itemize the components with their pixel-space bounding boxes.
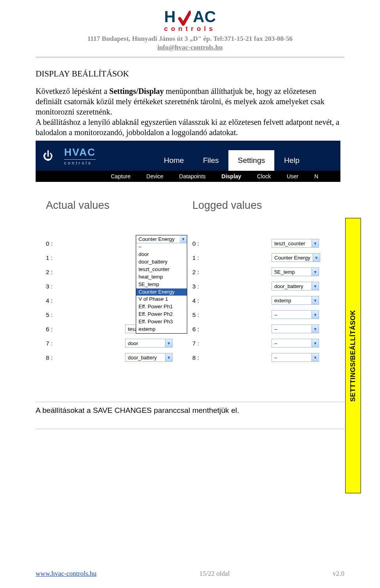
dropdown-option[interactable]: door <box>136 251 187 258</box>
actual-row: 8 :door_battery▼ <box>46 350 192 365</box>
sub-nav-item-capture[interactable]: Capture <box>111 173 131 179</box>
chevron-down-icon[interactable]: ▼ <box>180 236 187 243</box>
body-paragraph-1: Következő lépésként a Settings/Display m… <box>36 86 344 117</box>
rule-below-note <box>36 429 344 429</box>
row-label: 7 : <box>46 340 125 347</box>
chevron-down-icon[interactable]: ▼ <box>312 325 319 333</box>
power-icon[interactable]: ⏻ <box>43 150 53 162</box>
row-label: 0 : <box>46 240 125 247</box>
dropdown-option[interactable]: Eff. Power Ph1 <box>136 303 187 311</box>
row-label: 7 : <box>192 340 272 347</box>
header-logo: H AC controls <box>36 8 344 33</box>
logged-row: 6 :–▼ <box>192 322 339 336</box>
footer-page: 15/22 oldal <box>200 570 230 578</box>
logo-checkmark-icon <box>178 11 191 27</box>
chevron-down-icon[interactable]: ▼ <box>165 353 172 361</box>
row-label: 3 : <box>46 283 125 290</box>
row-label: 6 : <box>192 326 272 332</box>
save-note: A beállításokat a SAVE CHANGES paranccsa… <box>36 406 344 415</box>
row-label: 8 : <box>192 354 272 361</box>
logged-row: 3 :door_battery▼ <box>192 279 339 293</box>
chevron-down-icon[interactable]: ▼ <box>312 311 319 319</box>
row-label: 4 : <box>46 297 125 304</box>
row-label: 0 : <box>192 240 272 247</box>
logged-row: 2 :5E_temp▼ <box>192 265 339 279</box>
dropdown-option[interactable]: heat_temp <box>136 273 187 281</box>
datapoint-select[interactable]: 5E_temp▼ <box>272 267 319 276</box>
row-label: 5 : <box>192 311 272 318</box>
chevron-down-icon[interactable]: ▼ <box>312 239 319 247</box>
dropdown-option[interactable]: Eff. Power Ph2 <box>136 311 187 318</box>
main-nav: HomeFilesSettingsHelp <box>154 150 309 171</box>
datapoint-select[interactable]: extemp▼ <box>272 296 319 305</box>
dropdown-option[interactable]: Eff. Power Ph3 <box>136 318 187 326</box>
main-nav-tab-home[interactable]: Home <box>154 150 194 171</box>
body-paragraph-2: A beállításhoz a lenyíló ablaknál egysze… <box>36 117 344 137</box>
sub-nav-item-datapoints[interactable]: Datapoints <box>179 173 206 179</box>
side-tab: SETTTINGS/BEÁLLÍTÁSOK <box>345 218 361 493</box>
chevron-down-icon[interactable]: ▼ <box>165 339 172 347</box>
row-label: 2 : <box>192 269 272 275</box>
datapoint-select[interactable]: –▼ <box>272 339 319 347</box>
logged-values-column: 0 :teszt_counter▼1 :Counter Energy▼2 :5E… <box>192 236 339 395</box>
header-email-link[interactable]: info@hvac-controls.hu <box>157 44 222 51</box>
logged-row: 7 :–▼ <box>192 336 339 350</box>
chevron-down-icon[interactable]: ▼ <box>312 282 319 290</box>
column-header-logged: Logged values <box>192 199 339 212</box>
dropdown-option[interactable]: 5E_temp <box>136 281 187 288</box>
row-label: 1 : <box>46 254 125 261</box>
datapoint-dropdown-open[interactable]: Counter Energy ▼ –doordoor_batteryteszt_… <box>136 235 187 334</box>
section-title: DISPLAY BEÁLLÍTÁSOK <box>36 69 344 79</box>
column-header-actual: Actual values <box>46 199 192 212</box>
app-logo: HVAC controls <box>64 146 96 165</box>
logged-row: 4 :extemp▼ <box>192 293 339 307</box>
app-topbar: ⏻ HVAC controls HomeFilesSettingsHelp <box>36 141 340 171</box>
chevron-down-icon[interactable]: ▼ <box>312 353 319 361</box>
main-nav-tab-files[interactable]: Files <box>194 150 228 171</box>
datapoint-select[interactable]: door▼ <box>125 339 173 347</box>
side-tab-label: SETTTINGS/BEÁLLÍTÁSOK <box>349 310 357 402</box>
chevron-down-icon[interactable]: ▼ <box>313 254 320 262</box>
chevron-down-icon[interactable]: ▼ <box>312 296 319 304</box>
rule-above-note <box>36 402 344 402</box>
dropdown-option[interactable]: V of Phase 1 <box>136 296 187 303</box>
datapoint-select[interactable]: teszt_counter▼ <box>272 239 319 248</box>
logo-text-left: H <box>164 8 176 26</box>
datapoint-select[interactable]: Counter Energy▼ <box>272 253 320 262</box>
sub-nav-item-clock[interactable]: Clock <box>257 173 271 179</box>
dropdown-option[interactable]: teszt_counter <box>136 266 187 273</box>
main-nav-tab-help[interactable]: Help <box>274 150 309 171</box>
actual-values-column: Counter Energy ▼ –doordoor_batteryteszt_… <box>46 236 192 395</box>
datapoint-select[interactable]: door_battery▼ <box>272 282 319 290</box>
dropdown-option[interactable]: – <box>136 243 187 251</box>
sub-nav-item-device[interactable]: Device <box>146 173 163 179</box>
logged-row: 0 :teszt_counter▼ <box>192 236 339 250</box>
sub-nav-item-n[interactable]: N <box>314 173 318 179</box>
datapoint-select[interactable]: –▼ <box>272 310 319 319</box>
chevron-down-icon[interactable]: ▼ <box>312 339 319 347</box>
row-label: 1 : <box>192 254 272 261</box>
footer-link[interactable]: www.hvac-controls.hu <box>36 570 97 578</box>
row-label: 8 : <box>46 354 125 361</box>
main-nav-tab-settings[interactable]: Settings <box>228 150 275 171</box>
chevron-down-icon[interactable]: ▼ <box>312 268 319 276</box>
dropdown-option[interactable]: door_battery <box>136 258 187 266</box>
footer-version: v2.0 <box>332 570 344 578</box>
header-address: 1117 Budapest, Hunyadi János út 3 „D" ép… <box>36 34 344 43</box>
sub-nav-item-display[interactable]: Display <box>222 173 241 179</box>
datapoint-select[interactable]: –▼ <box>272 325 319 333</box>
sub-nav-item-user[interactable]: User <box>287 173 298 179</box>
logo-text-right: AC <box>193 8 216 26</box>
datapoint-select[interactable]: –▼ <box>272 353 319 362</box>
dropdown-option[interactable]: extemp <box>136 326 187 333</box>
logged-row: 5 :–▼ <box>192 307 339 322</box>
dropdown-option[interactable]: Counter Energy <box>136 288 187 296</box>
row-label: 2 : <box>46 269 125 275</box>
row-label: 5 : <box>46 311 125 318</box>
header-rule <box>36 57 344 58</box>
datapoint-select[interactable]: door_battery▼ <box>125 353 173 362</box>
row-label: 6 : <box>46 326 125 332</box>
row-label: 3 : <box>192 283 272 290</box>
app-screenshot: ⏻ HVAC controls HomeFilesSettingsHelp Ca… <box>36 141 340 395</box>
sub-nav: CaptureDeviceDatapointsDisplayClockUserN <box>36 171 340 182</box>
